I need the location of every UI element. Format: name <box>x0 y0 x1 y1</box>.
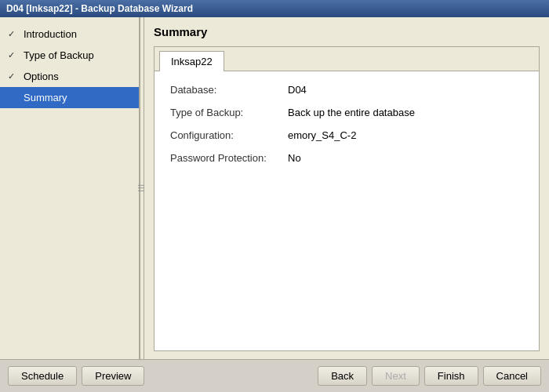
tab-header: Inksap22 <box>155 47 539 71</box>
sidebar-label-introduction: Introduction <box>24 28 77 40</box>
field-row: Configuration:emory_S4_C-2 <box>170 129 523 141</box>
field-value: No <box>288 152 301 164</box>
field-value: Back up the entire database <box>288 107 415 118</box>
sidebar-item-options[interactable]: ✓Options <box>0 66 139 87</box>
title-bar: D04 [Inksap22] - Backup Database Wizard <box>0 0 549 17</box>
sidebar: ✓Introduction✓Type of Backup✓OptionsSumm… <box>0 17 140 359</box>
back-button[interactable]: Back <box>318 366 367 386</box>
sidebar-label-summary: Summary <box>24 92 67 103</box>
content-area: Summary Inksap22 Database:D04Type of Bac… <box>144 17 549 359</box>
field-value: D04 <box>288 84 307 96</box>
sidebar-check-options: ✓ <box>8 71 19 82</box>
tab-container: Inksap22 Database:D04Type of Backup:Back… <box>154 46 540 351</box>
next-button[interactable]: Next <box>372 366 420 386</box>
tab-content: Database:D04Type of Backup:Back up the e… <box>155 71 539 350</box>
sidebar-label-type-of-backup: Type of Backup <box>24 49 94 61</box>
sidebar-check-introduction: ✓ <box>8 29 19 39</box>
sidebar-item-type-of-backup[interactable]: ✓Type of Backup <box>0 45 139 66</box>
field-row: Password Protection:No <box>170 152 523 164</box>
button-bar: Schedule Preview Back Next Finish Cancel <box>0 359 549 392</box>
field-row: Type of Backup:Back up the entire databa… <box>170 107 523 118</box>
field-label: Configuration: <box>170 129 288 141</box>
field-label: Database: <box>170 84 288 96</box>
content-title: Summary <box>154 25 540 38</box>
cancel-button[interactable]: Cancel <box>483 366 541 386</box>
field-row: Database:D04 <box>170 84 523 96</box>
finish-button[interactable]: Finish <box>424 366 478 386</box>
sidebar-item-summary[interactable]: Summary <box>0 87 139 108</box>
sidebar-label-options: Options <box>24 71 59 82</box>
field-label: Password Protection: <box>170 152 288 164</box>
field-label: Type of Backup: <box>170 107 288 118</box>
title-bar-text: D04 [Inksap22] - Backup Database Wizard <box>6 3 193 14</box>
preview-button[interactable]: Preview <box>82 366 144 386</box>
field-value: emory_S4_C-2 <box>288 129 356 141</box>
sidebar-check-type-of-backup: ✓ <box>8 50 19 60</box>
schedule-button[interactable]: Schedule <box>8 366 77 386</box>
tab-inksap22[interactable]: Inksap22 <box>159 51 224 71</box>
sidebar-item-introduction[interactable]: ✓Introduction <box>0 24 139 45</box>
